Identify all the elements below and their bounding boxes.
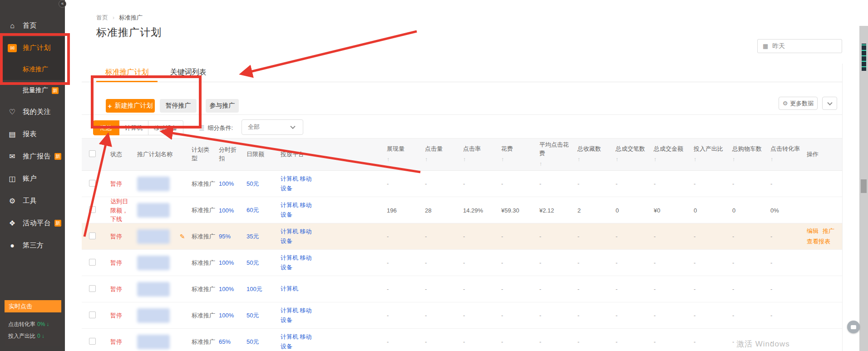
sort-asc-icon[interactable]: ↑ xyxy=(732,156,735,163)
page-title: 标准推广计划 xyxy=(96,25,162,40)
more-data-button[interactable]: ⚙ 更多数据 xyxy=(779,97,818,110)
sort-asc-icon[interactable]: ↑ xyxy=(425,156,428,163)
sort-asc-icon[interactable]: ↑ xyxy=(463,156,466,163)
blurred-plan-name xyxy=(137,308,170,323)
new-plan-button[interactable]: + 新建推广计划 xyxy=(106,99,155,113)
daily-limit-link[interactable]: 50元 xyxy=(247,338,259,345)
row-checkbox[interactable] xyxy=(89,206,96,213)
platform-link[interactable]: 计算机 xyxy=(281,284,317,294)
metric-cell-1: - xyxy=(425,259,463,266)
action-link-2[interactable]: 查看报表 xyxy=(807,238,830,245)
sidebar-collapse-button[interactable]: « xyxy=(59,0,66,8)
sidebar-subitem-batch-promo[interactable]: 批量推广新 xyxy=(0,80,65,101)
column-header-15: 总购物车数↑ xyxy=(732,145,770,163)
discount-link[interactable]: 100% xyxy=(219,312,234,319)
metric-cell-4: - xyxy=(539,259,577,266)
discount-link[interactable]: 65% xyxy=(219,338,231,345)
sort-asc-icon[interactable]: ↑ xyxy=(770,156,773,163)
row-checkbox[interactable] xyxy=(89,285,96,292)
sidebar-item-home[interactable]: ⌂首页 xyxy=(0,15,65,37)
platform-link[interactable]: 计算机 移动设备 xyxy=(281,174,317,193)
metric-cell-0: - xyxy=(387,233,425,240)
pause-promotion-button[interactable]: 暂停推广 xyxy=(160,99,197,113)
platform-link[interactable]: 计算机 移动设备 xyxy=(281,227,317,246)
action-link-1[interactable]: 推广 xyxy=(823,227,834,234)
row-checkbox[interactable] xyxy=(89,180,96,187)
sidebar-item-promotion-plan[interactable]: ✉推广计划 xyxy=(0,37,65,59)
column-header-4: 日限额 xyxy=(247,150,281,159)
sidebar-subitem-standard-promo[interactable]: 标准推广 xyxy=(0,59,65,80)
segment-filter-select[interactable]: 全部 xyxy=(242,119,303,135)
sort-asc-icon[interactable]: ↑ xyxy=(387,156,390,163)
daily-limit-link[interactable]: 50元 xyxy=(247,312,259,319)
tab-standard-plans[interactable]: 标准推广计划 xyxy=(96,66,158,81)
daily-limit-cell: 50元 xyxy=(247,311,281,320)
campaign-icon: ✉ xyxy=(8,44,17,52)
daily-limit-link[interactable]: 100元 xyxy=(247,286,262,292)
daily-limit-link[interactable]: 60元 xyxy=(247,207,259,213)
app-window: ⌂首页✉推广计划标准推广批量推广新♡我的关注▤报表✉推广报告新◫账户⚙工具❖活动… xyxy=(0,0,868,351)
tab-keyword-list[interactable]: 关键词列表 xyxy=(167,66,210,81)
column-header-label: 点击转化率 xyxy=(770,145,800,153)
discount-link[interactable]: 100% xyxy=(219,207,234,214)
sort-asc-icon[interactable]: ↑ xyxy=(577,156,580,163)
sidebar-item-third-party[interactable]: ●第三方 xyxy=(0,234,65,257)
chat-widget-button[interactable] xyxy=(847,321,860,333)
device-tab-1[interactable]: 计算机 xyxy=(119,120,148,135)
discount-link[interactable]: 100% xyxy=(219,259,234,266)
device-tab-0[interactable]: 汇总 xyxy=(93,120,119,135)
sort-asc-icon[interactable]: ↑ xyxy=(694,156,696,163)
expand-toolbar-button[interactable] xyxy=(822,97,837,110)
realtime-panel-body: 点击转化率0%↓投入产出比0↓ xyxy=(5,312,61,346)
daily-limit-link[interactable]: 50元 xyxy=(247,180,259,187)
row-checkbox[interactable] xyxy=(89,259,96,266)
metric-cell-0: - xyxy=(387,286,425,292)
breadcrumb-home[interactable]: 首页 xyxy=(96,14,108,21)
row-checkbox[interactable] xyxy=(89,232,96,239)
sort-asc-icon[interactable]: ↑ xyxy=(539,160,542,168)
sort-asc-icon[interactable]: ↑ xyxy=(501,156,504,163)
sidebar-item-reports[interactable]: ▤报表 xyxy=(0,123,65,145)
platform-link[interactable]: 计算机 移动设备 xyxy=(281,201,317,220)
row-checkbox[interactable] xyxy=(89,338,96,345)
penguin-icon: ● xyxy=(8,242,17,250)
row-checkbox[interactable] xyxy=(89,311,96,318)
realtime-panel-title: 实时点击 xyxy=(5,300,61,312)
platform-link[interactable]: 计算机 移动设备 xyxy=(281,332,317,351)
metric-cell-2: - xyxy=(463,233,501,240)
discount-link[interactable]: 95% xyxy=(219,233,231,240)
metric-cell-1: 28 xyxy=(425,207,463,214)
platform-link[interactable]: 计算机 移动设备 xyxy=(281,306,317,325)
new-plan-label: 新建推广计划 xyxy=(114,102,153,110)
daily-limit-link[interactable]: 50元 xyxy=(247,259,259,266)
daily-limit-link[interactable]: 35元 xyxy=(247,233,259,240)
metric-cell-5: - xyxy=(577,312,616,319)
discount-link[interactable]: 100% xyxy=(219,180,234,187)
device-tab-2[interactable]: 移动设备 xyxy=(148,120,183,135)
table-header: 状态推广计划名称计划类型分时折扣日限额投放平台展现量↑点击量↑点击率↑花费↑平均… xyxy=(82,138,842,171)
discount-cell: 100% xyxy=(219,180,247,187)
actions-line2: 查看报表 xyxy=(807,237,843,247)
discount-link[interactable]: 100% xyxy=(219,286,234,292)
sidebar-item-label: 活动平台 xyxy=(23,219,51,227)
sidebar-item-tools[interactable]: ⚙工具 xyxy=(0,190,65,212)
scrollbar-thumb[interactable] xyxy=(861,179,867,193)
browser-extension-tab[interactable] xyxy=(860,40,868,74)
action-link-0[interactable]: 编辑 xyxy=(807,227,819,234)
sidebar-item-label: 我的关注 xyxy=(23,108,51,116)
sidebar-item-account[interactable]: ◫账户 xyxy=(0,168,65,190)
sidebar-item-activity-platform[interactable]: ❖活动平台新 xyxy=(0,212,65,234)
platform-link[interactable]: 计算机 移动设备 xyxy=(281,253,317,272)
gear-icon: ⚙ xyxy=(783,100,788,107)
sidebar-item-my-follow[interactable]: ♡我的关注 xyxy=(0,101,65,123)
edit-pencil-icon[interactable]: ✎ xyxy=(180,233,185,240)
metric-cell-5: - xyxy=(577,180,616,187)
column-header-7: 点击量↑ xyxy=(425,145,463,163)
sort-asc-icon[interactable]: ↑ xyxy=(654,156,656,163)
join-promotion-button[interactable]: 参与推广 xyxy=(206,99,239,113)
sidebar-item-promo-report[interactable]: ✉推广报告新 xyxy=(0,145,65,168)
sidebar-item-label: 报表 xyxy=(23,130,37,138)
date-range-picker[interactable]: ▦ 昨天 xyxy=(757,39,842,53)
select-all-checkbox[interactable] xyxy=(89,150,96,157)
sort-asc-icon[interactable]: ↑ xyxy=(616,156,618,163)
